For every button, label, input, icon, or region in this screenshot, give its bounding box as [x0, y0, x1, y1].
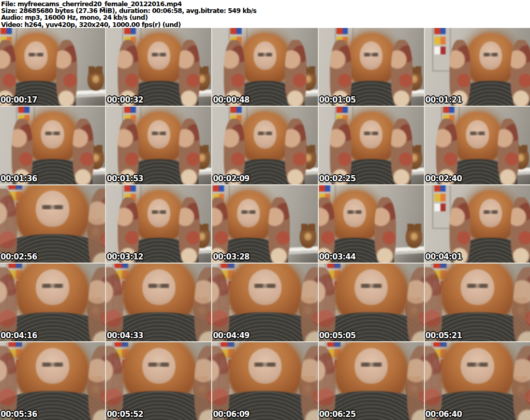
- thumbnail-scene: [212, 342, 317, 420]
- face: [248, 269, 282, 305]
- person-figure: [13, 107, 92, 184]
- person-figure: [225, 107, 305, 184]
- timestamp-overlay: 00:06:40: [425, 411, 462, 418]
- face: [24, 41, 48, 70]
- face: [148, 120, 171, 149]
- face: [461, 269, 494, 305]
- thumbnail-scene: [0, 28, 105, 106]
- timestamp-overlay: 00:02:56: [1, 253, 37, 261]
- thumbnail-scene: [106, 107, 211, 184]
- person-figure: [106, 342, 211, 420]
- floral-shawl-right: [407, 346, 424, 420]
- poster-strip: [432, 28, 451, 71]
- floral-shawl-right: [285, 119, 306, 184]
- face: [360, 41, 383, 70]
- thumbnail-scene: [319, 28, 424, 106]
- person-figure: [319, 342, 424, 420]
- face: [36, 191, 69, 226]
- face: [142, 348, 175, 384]
- thumbnail-scene: [425, 107, 530, 184]
- thumbnail-cell: 00:05:36: [0, 342, 105, 420]
- person-figure: [212, 342, 317, 420]
- timestamp-overlay: 00:00:32: [107, 96, 143, 104]
- timestamp-overlay: 00:00:17: [1, 96, 37, 104]
- video-info-line: Video: h264, yuv420p, 320x240, 1000.00 f…: [1, 21, 529, 28]
- video-contact-sheet: File: myfreecams_cherrired20_female_2012…: [0, 0, 530, 420]
- floral-shawl-left: [106, 346, 123, 420]
- timestamp-overlay: 00:01:36: [1, 175, 37, 183]
- thumbnail-scene: [0, 342, 105, 420]
- floral-shawl-right: [179, 197, 200, 263]
- thumbnail-cell: 00:01:53: [106, 107, 211, 184]
- face: [479, 199, 503, 227]
- teddy-bear: [300, 226, 316, 248]
- timestamp-overlay: 00:05:05: [319, 332, 356, 340]
- floral-shawl-left: [0, 267, 17, 341]
- floral-shawl-right: [88, 267, 105, 341]
- face: [254, 41, 277, 70]
- floral-shawl-right: [513, 346, 530, 420]
- thumbnail-scene: [319, 342, 424, 420]
- thumbnail-scene: [425, 264, 530, 341]
- floral-shawl-right: [195, 346, 212, 420]
- face: [461, 348, 494, 384]
- thumbnail-cell: 00:04:49: [212, 264, 317, 341]
- face: [41, 120, 64, 149]
- thumbnail-cell: 00:01:36: [0, 107, 105, 184]
- person-figure: [331, 107, 411, 184]
- teddy-bear: [406, 226, 422, 248]
- face: [237, 199, 260, 227]
- timestamp-overlay: 00:04:33: [107, 332, 143, 340]
- thumbnail-cell: 00:00:48: [212, 28, 317, 106]
- thumbnail-scene: [319, 185, 424, 263]
- thumbnail-scene: [425, 342, 530, 420]
- thumbnail-scene: [106, 185, 211, 263]
- timestamp-overlay: 00:05:21: [425, 332, 462, 340]
- person-figure: [451, 28, 530, 105]
- thumbnail-cell: 00:04:33: [106, 264, 211, 341]
- timestamp-overlay: 00:06:25: [319, 411, 356, 418]
- thumbnail-cell: 00:03:12: [106, 185, 211, 263]
- timestamp-overlay: 00:04:01: [425, 253, 462, 261]
- floral-shawl-left: [0, 346, 17, 420]
- floral-shawl-left: [0, 189, 17, 263]
- thumbnail-cell: 00:01:05: [319, 28, 424, 106]
- thumbnail-scene: [106, 342, 211, 420]
- person-figure: [212, 264, 317, 341]
- thumbnail-scene: [0, 264, 105, 341]
- floral-shawl-left: [212, 346, 229, 420]
- timestamp-overlay: 00:01:05: [319, 96, 356, 104]
- thumbnail-cell: 00:03:44: [319, 185, 424, 263]
- face: [148, 41, 171, 70]
- floral-shawl-right: [195, 267, 212, 341]
- thumbnail-scene: [425, 28, 530, 106]
- face: [355, 348, 388, 384]
- floral-shawl-right: [56, 40, 77, 105]
- floral-shawl-left: [319, 346, 336, 420]
- thumbnail-cell: 00:05:21: [425, 264, 530, 341]
- person-figure: [0, 264, 105, 341]
- face: [142, 269, 175, 305]
- timestamp-overlay: 00:03:28: [213, 253, 249, 261]
- floral-shawl-left: [425, 346, 442, 420]
- thumbnail-grid: 00:00:17 00:00:32: [0, 28, 530, 420]
- face: [479, 41, 503, 70]
- thumbnail-scene: [319, 107, 424, 184]
- floral-shawl-right: [285, 40, 306, 105]
- thumbnail-scene: [212, 107, 317, 184]
- person-figure: [106, 264, 211, 341]
- teddy-bear: [87, 68, 104, 91]
- thumbnail-cell: 00:04:16: [0, 264, 105, 341]
- face: [466, 120, 489, 149]
- floral-shawl-left: [319, 267, 336, 341]
- poster-strip: [432, 185, 451, 229]
- thumbnail-cell: 00:02:56: [0, 185, 105, 263]
- thumbnail-scene: [212, 185, 317, 263]
- person-figure: [225, 28, 305, 105]
- timestamp-overlay: 00:02:09: [213, 175, 249, 183]
- floral-shawl-right: [72, 119, 94, 184]
- thumbnail-cell: 00:01:21: [425, 28, 530, 106]
- timestamp-overlay: 00:04:16: [1, 332, 37, 340]
- thumbnail-cell: 00:00:32: [106, 28, 211, 106]
- person-figure: [425, 342, 530, 420]
